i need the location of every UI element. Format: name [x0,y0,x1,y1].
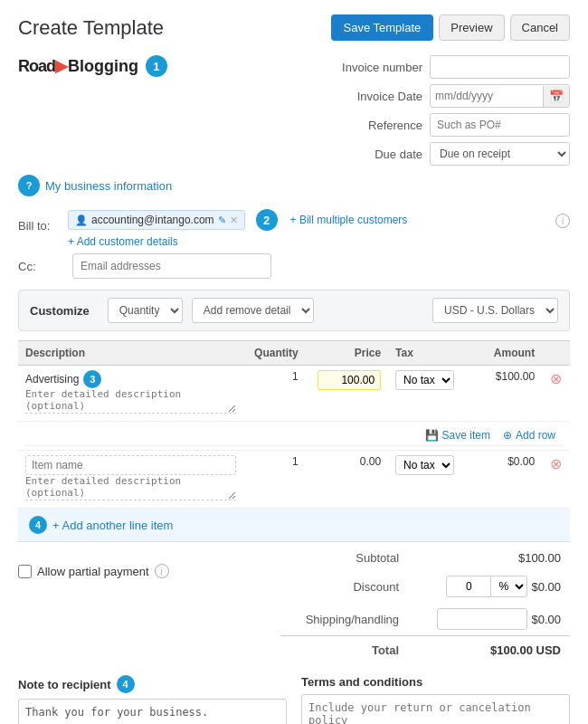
header-quantity: Quantity [243,341,306,366]
discount-label: Discount [280,570,408,603]
detail-select[interactable]: Add remove detail [192,298,314,323]
user-icon: 👤 [75,214,88,226]
add-multiple-customers-link[interactable]: + Bill multiple customers [290,214,408,226]
add-line-item-label: + Add another line item [52,519,173,532]
save-add-row: 💾 Save item ⊕ Add row [18,422,570,451]
discount-percent-select[interactable]: % [491,576,527,597]
row2-remove-icon[interactable]: ⊗ [550,456,562,472]
invoice-number-row: Invoice number [332,55,570,79]
terms-title: Terms and conditions [301,675,570,689]
customize-bar: Customize Quantity Add remove detail USD… [18,290,570,331]
bill-to-email-row: 👤 accounting@intango.com ✎ ✕ 2 + Bill mu… [68,209,548,231]
row1-quantity-value: 1 [251,370,299,383]
logo-to: ▶ [55,56,68,76]
header-action [542,341,570,366]
header-tax: Tax [388,341,471,366]
row1-tax-cell: No tax [388,366,471,422]
save-template-button[interactable]: Save Template [331,14,434,41]
reference-input[interactable] [430,113,570,137]
row2-description-textarea[interactable] [25,475,236,500]
row1-description-cell: Advertising 3 [18,366,243,422]
remove-email-icon[interactable]: ✕ [230,214,238,226]
note-badge: 4 [117,675,135,693]
row1-price-input[interactable] [318,370,381,390]
currency-select[interactable]: USD - U.S. Dollars [432,298,558,323]
row2-item-name-input[interactable] [25,455,236,475]
add-row-label: Add row [516,429,555,442]
add-line-item-row[interactable]: 4 + Add another line item [18,509,570,542]
save-item-label: Save item [442,429,490,442]
total-row: Total $100.00 USD [280,636,570,663]
row2-quantity: 1 [243,451,306,509]
business-info-row[interactable]: ? My business information [18,175,570,196]
shipping-row: Shipping/handling $0.00 [280,603,570,636]
invoice-date-input[interactable] [431,86,543,106]
edit-icon[interactable]: ✎ [218,214,226,226]
row1-remove-icon[interactable]: ⊗ [550,371,562,386]
note-textarea-wrap: Thank you for your business. ↻ [18,699,287,724]
add-row-button[interactable]: ⊕ Add row [503,429,555,442]
discount-cell: % $0.00 [408,570,570,603]
note-section: Note to recipient 4 Thank you for your b… [18,675,287,724]
email-badge: 👤 accounting@intango.com ✎ ✕ [68,210,245,230]
shipping-input[interactable] [437,608,527,630]
bill-to-info-icon[interactable]: i [555,214,570,228]
subtotal-value: $100.00 [408,546,570,570]
row1-description-textarea[interactable] [25,388,236,414]
invoice-date-label: Invoice Date [332,90,422,103]
discount-number-input[interactable] [446,576,491,597]
terms-title-label: Terms and conditions [301,675,422,689]
quantity-select[interactable]: Quantity [108,298,183,323]
reference-row: Reference [332,113,570,137]
subtotal-row: Subtotal $100.00 [280,546,570,570]
bill-to-label: Bill to: [18,214,68,233]
row2-tax-select[interactable]: No tax [395,455,454,475]
invoice-number-label: Invoice number [332,61,422,74]
due-date-select[interactable]: Due on receipt [430,142,570,166]
note-textarea[interactable]: Thank you for your business. [18,699,287,724]
row1-price-cell [306,366,388,422]
terms-textarea[interactable] [301,694,570,724]
bottom-sections: Note to recipient 4 Thank you for your b… [18,675,570,724]
cancel-button[interactable]: Cancel [510,14,570,41]
save-item-icon: 💾 [425,429,439,442]
header-description: Description [18,341,243,366]
header-buttons: Save Template Preview Cancel [331,14,570,41]
row2-description-cell [18,451,243,509]
row2-tax-cell: No tax [388,451,471,509]
discount-amount: $0.00 [531,580,561,594]
line-items-table: Description Quantity Price Tax Amount Ad… [18,340,570,509]
save-add-actions: 💾 Save item ⊕ Add row [25,425,563,446]
header-amount: Amount [471,341,543,366]
totals-section: Subtotal $100.00 Discount % [280,546,570,662]
table-row-2: 1 0.00 No tax $0.00 ⊗ [18,451,570,509]
add-customer-details-link[interactable]: + Add customer details [68,235,178,248]
preview-button[interactable]: Preview [439,14,504,41]
page-header: Create Template Save Template Preview Ca… [18,14,570,41]
due-date-row: Due date Due on receipt [332,142,570,166]
subtotal-label: Subtotal [280,546,408,570]
shipping-cell: $0.00 [408,603,570,636]
page-title: Create Template [18,16,164,40]
row2-amount: $0.00 [471,451,543,509]
shipping-amount: $0.00 [531,613,561,626]
logo-badge: 1 [146,55,167,77]
row1-remove-cell: ⊗ [542,366,570,422]
partial-payment-info-icon[interactable]: i [155,564,169,578]
invoice-fields: Invoice number Invoice Date 📅 Reference … [332,55,570,166]
partial-payment-row: Allow partial payment i [18,564,280,578]
cc-input[interactable] [72,253,271,279]
invoice-number-input[interactable] [430,55,570,79]
row1-badge: 3 [83,370,101,388]
row1-amount: $100.00 [471,366,543,422]
partial-payment-checkbox[interactable] [18,565,32,578]
bill-to-email: accounting@intango.com [91,214,214,226]
reference-label: Reference [332,119,422,132]
row2-remove-cell: ⊗ [542,451,570,509]
invoice-date-row: Invoice Date 📅 [332,84,570,108]
save-item-button[interactable]: 💾 Save item [425,429,490,442]
row1-tax-select[interactable]: No tax [395,370,454,390]
calendar-icon[interactable]: 📅 [543,86,569,107]
logo-graphic: Road ▶ Blogging [18,56,138,76]
business-info-icon: ? [18,175,40,196]
